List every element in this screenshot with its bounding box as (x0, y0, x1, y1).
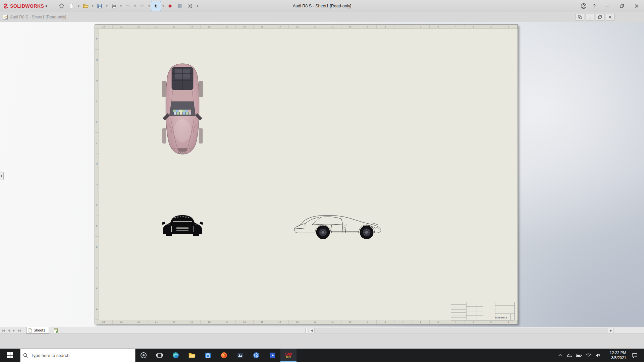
scrollbar-thumb[interactable] (314, 328, 608, 333)
file-explorer-icon[interactable] (184, 349, 200, 362)
undo-button[interactable] (123, 1, 132, 11)
ruler-label: 7 (394, 320, 412, 324)
options-gear-button[interactable] (185, 1, 195, 11)
close-button[interactable] (629, 0, 644, 12)
cortana-icon[interactable] (136, 349, 152, 362)
quick-access-toolbar: ▾ ▾ ▾ ▾ ▾ ▾ ▾ (57, 1, 199, 11)
drawing-view-side[interactable] (292, 212, 385, 241)
ruler-label: 15 (254, 320, 271, 324)
ruler-label: 21 (148, 320, 166, 324)
ruler-label: 10 (341, 320, 359, 324)
dropdown-caret-icon[interactable]: ▾ (196, 4, 199, 8)
drawing-view-top[interactable] (161, 62, 204, 156)
select-tool-button[interactable] (151, 1, 161, 11)
ruler-label: 3 (465, 320, 483, 324)
photos-icon[interactable] (232, 349, 248, 362)
last-sheet-button[interactable] (17, 327, 22, 334)
tab-scroll-splitter[interactable] (305, 328, 307, 333)
store-icon[interactable] (200, 349, 216, 362)
ruler-label: 19 (183, 25, 201, 28)
minimize-button[interactable] (600, 0, 614, 12)
taskbar-clock[interactable]: 12:22 PM 3/5/2021 (603, 349, 628, 362)
onedrive-cloud-icon[interactable] (565, 349, 574, 362)
ruler-label: 14 (271, 25, 289, 28)
home-button[interactable] (57, 1, 66, 11)
dropdown-caret-icon[interactable]: ▾ (105, 4, 108, 8)
ruler-label: C (95, 257, 99, 278)
movies-icon[interactable] (264, 349, 280, 362)
ruler-label: 22 (130, 320, 148, 324)
solidworks-app-logo: SW 2021 (285, 352, 292, 359)
prev-sheet-button[interactable] (6, 327, 11, 334)
show-desktop-button[interactable] (642, 349, 643, 362)
search-input[interactable] (31, 353, 132, 358)
ruler-label: N (95, 50, 99, 70)
taskbar-search[interactable] (20, 349, 136, 362)
dropdown-caret-icon[interactable]: ▾ (119, 4, 122, 8)
ruler-label: 9 (359, 320, 377, 324)
ruler-label: 13 (289, 25, 307, 28)
title-block[interactable]: Audi R8 S (451, 302, 515, 320)
brand-expand-arrow[interactable] (45, 4, 48, 8)
ruler-label: 17 (218, 25, 236, 28)
dropdown-caret-icon[interactable]: ▾ (91, 4, 94, 8)
drawing-view-front[interactable] (162, 213, 203, 239)
ruler-label: 24 (95, 25, 113, 28)
ruler-label: D (95, 237, 99, 257)
sheet-tab-label: Sheet1 (34, 328, 45, 332)
next-sheet-button[interactable] (11, 327, 17, 334)
ruler-label: 18 (201, 320, 218, 324)
horizontal-scrollbar (309, 328, 614, 333)
dropdown-caret-icon[interactable]: ▾ (133, 4, 137, 8)
mouse-gesture-button[interactable] (165, 1, 175, 11)
new-document-button[interactable] (67, 1, 76, 11)
help-button[interactable]: ? (589, 0, 600, 12)
drawing-sheet[interactable]: 242322212019181716151413121110987654321 … (95, 24, 518, 324)
dropdown-caret-icon[interactable]: ▾ (161, 4, 165, 8)
account-button[interactable] (578, 0, 589, 12)
edge-icon[interactable] (168, 349, 184, 362)
save-button[interactable] (95, 1, 104, 11)
action-center-icon[interactable] (628, 349, 641, 362)
dropdown-caret-icon[interactable]: ▾ (147, 4, 151, 8)
title-block-part-name: Audi R8 S (495, 316, 507, 319)
doc-minimize-button[interactable] (586, 14, 594, 20)
scroll-right-button[interactable] (608, 328, 613, 333)
ruler-label: 2 (482, 320, 500, 324)
sheet-properties-button[interactable] (175, 1, 185, 11)
firefox-icon[interactable] (216, 349, 232, 362)
tile-windows-button[interactable] (576, 14, 584, 20)
sheet-icon (29, 328, 32, 333)
tab-sheet1[interactable]: Sheet1 (26, 327, 49, 334)
open-button[interactable] (81, 1, 90, 11)
graphics-area[interactable]: 242322212019181716151413121110987654321 … (0, 22, 644, 327)
task-view-icon[interactable] (152, 349, 168, 362)
redo-button[interactable] (137, 1, 147, 11)
battery-icon[interactable] (575, 349, 583, 362)
restore-button[interactable] (614, 0, 629, 12)
clock-time: 12:22 PM (610, 350, 626, 355)
solidworks-taskbar-icon[interactable]: SW 2021 (280, 349, 297, 362)
doc-restore-button[interactable] (596, 14, 604, 20)
ruler-label: 5 (430, 25, 447, 28)
dropdown-caret-icon[interactable]: ▾ (77, 4, 80, 8)
tray-chevron-icon[interactable] (556, 349, 565, 362)
3d-viewer-icon[interactable] (248, 349, 264, 362)
ruler-label: 6 (412, 25, 430, 28)
print-button[interactable] (109, 1, 118, 11)
volume-icon[interactable] (593, 349, 602, 362)
ruler-label: 15 (254, 25, 271, 28)
solidworks-logo: SOLIDWORKS (0, 3, 51, 9)
ruler-label: K (95, 112, 99, 133)
scroll-left-button[interactable] (309, 328, 314, 333)
wifi-icon[interactable] (584, 349, 593, 362)
clock-date: 3/5/2021 (611, 355, 626, 360)
sw-logo-year: 2021 (286, 356, 291, 359)
ruler-label: 12 (306, 320, 324, 324)
doc-close-button[interactable] (606, 14, 614, 20)
start-button[interactable] (0, 349, 20, 362)
ruler-label: 6 (412, 320, 430, 324)
first-sheet-button[interactable] (1, 327, 6, 334)
featuremanager-collapsed-tab[interactable] (0, 172, 4, 180)
add-sheet-button[interactable] (52, 327, 59, 334)
